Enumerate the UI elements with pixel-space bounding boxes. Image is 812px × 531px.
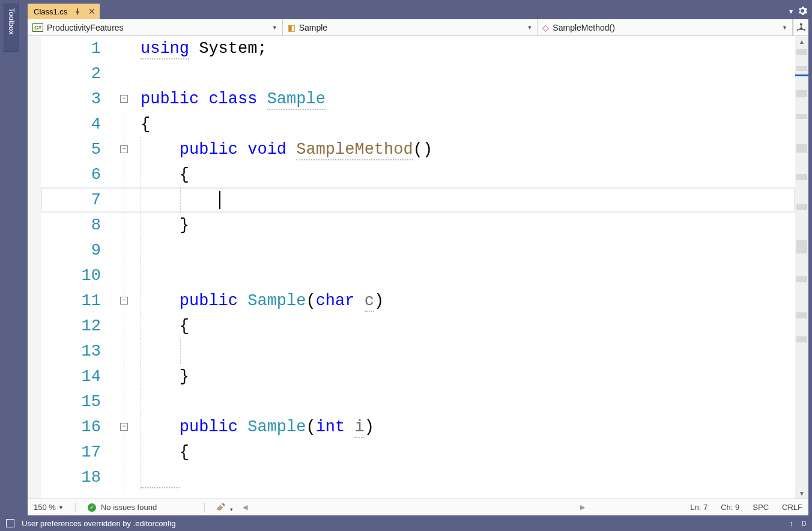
minimap-mark (796, 66, 807, 71)
check-icon: ✓ (88, 503, 96, 512)
minimap-mark (796, 49, 807, 55)
chevron-down-icon: ▼ (527, 25, 532, 31)
indicator-margin (28, 36, 41, 499)
minimap-mark (796, 114, 807, 119)
status-indent[interactable]: SPC (753, 503, 769, 512)
issues-indicator[interactable]: ✓ No issues found (88, 503, 157, 512)
line-number: 1 (41, 36, 119, 61)
code-text[interactable]: 1using System; 2 3−public class Sample 4… (41, 36, 795, 499)
minimap-mark (796, 240, 807, 253)
scroll-up-icon[interactable]: ▲ (795, 36, 808, 47)
status-count: 0 (802, 519, 806, 528)
line-number: 12 (41, 314, 119, 339)
line-number: 15 (41, 389, 119, 414)
chevron-down-icon: ▼ (58, 505, 64, 511)
cleanup-icon[interactable]: ▾ (217, 502, 233, 513)
status-eol[interactable]: CRLF (782, 503, 802, 512)
vertical-scrollbar[interactable]: ▲ ▼ (795, 36, 808, 499)
nav-method-label: SampleMethod() (553, 23, 615, 32)
file-tab-label: Class1.cs (34, 7, 67, 16)
minimap-mark (796, 312, 807, 318)
app-status-bar: User preferences overridden by .editorco… (0, 515, 812, 531)
nav-class-label: Sample (299, 23, 327, 32)
method-icon: ◇ (542, 23, 549, 32)
fold-toggle[interactable]: − (120, 145, 128, 153)
line-number: 2 (41, 61, 119, 86)
fold-toggle[interactable]: − (120, 423, 128, 431)
minimap-mark (796, 336, 807, 342)
split-window-button[interactable] (793, 19, 808, 35)
line-number: 14 (41, 364, 119, 389)
tab-controls: ▾ (789, 4, 807, 19)
line-number: 6 (41, 162, 119, 187)
zoom-level[interactable]: 150 % ▼ (34, 503, 64, 512)
line-number: 18 (41, 465, 119, 490)
line-number: 4 (41, 112, 119, 137)
issues-label: No issues found (101, 503, 157, 512)
scroll-right-icon[interactable]: ▶ (580, 503, 585, 511)
line-number: 13 (41, 339, 119, 364)
caret-marker (795, 74, 808, 76)
svg-rect-0 (800, 23, 802, 25)
minimap-mark (796, 174, 807, 180)
minimap-mark (796, 144, 807, 153)
editor: C# ProductivityFeatures ▼ ◧ Sample ▼ ◇ S… (28, 19, 808, 515)
gear-icon[interactable] (798, 6, 807, 17)
chevron-down-icon: ▼ (782, 25, 787, 31)
line-number: 8 (41, 213, 119, 238)
minimap-mark (796, 204, 807, 210)
status-column[interactable]: Ch: 9 (721, 503, 739, 512)
line-number: 17 (41, 440, 119, 465)
scroll-down-icon[interactable]: ▼ (795, 488, 808, 499)
nav-project-label: ProductivityFeatures (47, 23, 124, 32)
line-number: 9 (41, 238, 119, 263)
nav-project[interactable]: C# ProductivityFeatures ▼ (28, 19, 283, 35)
scroll-left-icon[interactable]: ◀ (243, 503, 247, 511)
nav-class[interactable]: ◧ Sample ▼ (283, 19, 538, 35)
line-number: 11 (41, 288, 119, 314)
fold-toggle[interactable]: − (120, 95, 128, 103)
status-message: User preferences overridden by .editorco… (22, 519, 176, 528)
close-icon[interactable]: ✕ (88, 7, 96, 16)
publish-icon[interactable]: ↑ (789, 519, 793, 528)
class-icon: ◧ (288, 23, 295, 32)
fold-toggle[interactable]: − (120, 297, 128, 305)
navigation-bar: C# ProductivityFeatures ▼ ◧ Sample ▼ ◇ S… (28, 19, 808, 36)
status-line[interactable]: Ln: 7 (690, 503, 707, 512)
minimap-mark (796, 90, 807, 97)
editor-status-bar: 150 % ▼ │ ✓ No issues found │ ▾ ◀ ▶ Ln: … (28, 499, 808, 515)
horizontal-scroll[interactable]: ◀ ▶ (243, 503, 585, 511)
line-number: 7 (41, 187, 119, 213)
editorconfig-icon (6, 519, 14, 527)
file-tab[interactable]: Class1.cs ✕ (28, 4, 100, 19)
line-number: 5 (41, 137, 119, 162)
minimap-mark (796, 276, 807, 282)
text-cursor (219, 191, 220, 209)
line-number: 16 (41, 414, 119, 440)
nav-method[interactable]: ◇ SampleMethod() ▼ (538, 19, 793, 35)
csharp-icon: C# (32, 23, 43, 32)
line-number: 10 (41, 263, 119, 288)
document-tab-row: Class1.cs ✕ ▾ (0, 4, 812, 19)
pin-icon[interactable] (73, 7, 82, 16)
chevron-down-icon: ▼ (272, 25, 277, 31)
line-number: 3 (41, 86, 119, 112)
code-area[interactable]: 1using System; 2 3−public class Sample 4… (28, 36, 808, 499)
active-files-dropdown-icon[interactable]: ▾ (789, 7, 793, 16)
